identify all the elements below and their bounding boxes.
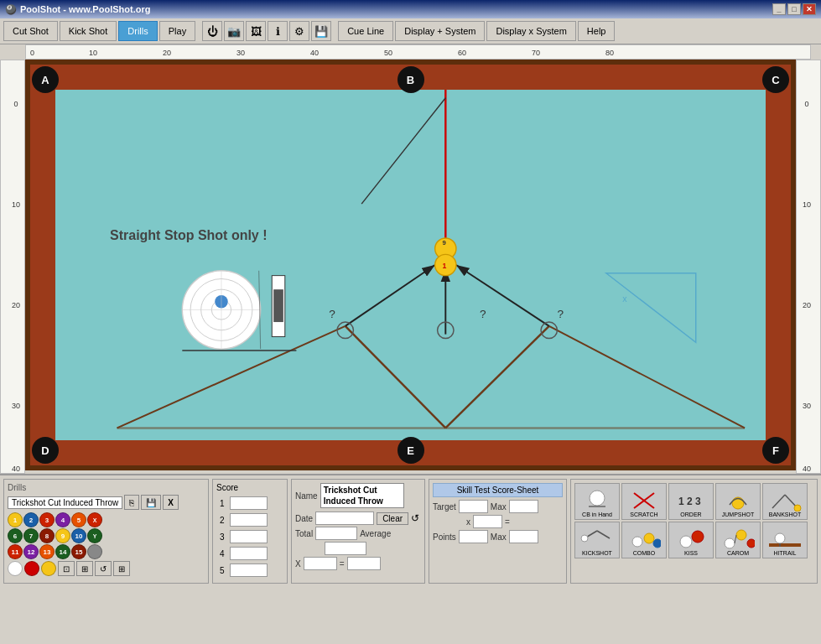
- ball-4[interactable]: 4: [55, 512, 70, 527]
- score-input-2[interactable]: [230, 513, 268, 527]
- jumpshot-icon[interactable]: JUMPSHOT: [715, 483, 761, 520]
- date-input[interactable]: [315, 512, 374, 525]
- svg-line-64: [597, 531, 610, 538]
- svg-text:10: 10: [12, 200, 20, 209]
- cut-shot-button[interactable]: Cut Shot: [3, 21, 58, 41]
- photo-icon[interactable]: 🖼: [246, 21, 266, 41]
- kiss-icon[interactable]: KISS: [668, 522, 714, 558]
- total-input[interactable]: [315, 527, 357, 540]
- drill-copy-button[interactable]: ⎘: [124, 495, 139, 510]
- menu-bar: Cut Shot Kick Shot Drills Play ⏻ 📷 🖼 ℹ ⚙…: [0, 18, 821, 44]
- target-input[interactable]: [459, 500, 488, 513]
- minimize-button[interactable]: _: [772, 3, 786, 15]
- x-button[interactable]: X: [163, 495, 179, 510]
- svg-text:20: 20: [163, 49, 171, 57]
- hitrail-icon[interactable]: HITRAIL: [762, 522, 808, 558]
- cue-ball[interactable]: [8, 561, 23, 576]
- drill-save-button[interactable]: 💾: [141, 495, 161, 510]
- drills-label: Drills: [8, 483, 205, 492]
- ball-9[interactable]: 9: [55, 528, 70, 543]
- score-input-1[interactable]: [230, 496, 268, 510]
- svg-point-65: [581, 535, 588, 542]
- svg-text:50: 50: [384, 49, 392, 57]
- svg-line-15: [361, 98, 445, 204]
- ball-10[interactable]: 10: [71, 528, 86, 543]
- svg-text:30: 30: [236, 49, 245, 57]
- score-input-3[interactable]: [230, 530, 268, 543]
- close-button[interactable]: ✕: [803, 3, 816, 15]
- display-plus-system-button[interactable]: Display + System: [395, 21, 485, 41]
- help-button[interactable]: Help: [578, 21, 616, 41]
- svg-line-21: [549, 326, 745, 428]
- ball-2[interactable]: 2: [23, 512, 39, 527]
- clear-button[interactable]: Clear: [377, 512, 408, 525]
- kickshot-icon[interactable]: KICKSHOT: [574, 522, 620, 558]
- score-input-5[interactable]: [230, 564, 268, 577]
- camera-icon[interactable]: 📷: [224, 21, 244, 41]
- svg-text:40: 40: [310, 49, 319, 57]
- cb-in-hand-icon[interactable]: CB in Hand: [574, 483, 620, 520]
- skill-test-button[interactable]: Skill Test Score-Sheet: [433, 483, 563, 497]
- svg-point-69: [680, 536, 692, 548]
- drills-button[interactable]: Drills: [118, 21, 157, 41]
- skill-equals: =: [505, 517, 510, 527]
- score-input-4[interactable]: [230, 547, 268, 560]
- svg-point-26: [337, 322, 353, 338]
- undo-icon[interactable]: ↺: [411, 512, 419, 524]
- yellow-ball[interactable]: [41, 561, 56, 576]
- red-ball[interactable]: [24, 561, 39, 576]
- points-max-label: Max: [491, 532, 507, 542]
- top-ruler: 10 20 30 40 50 60 70 80 0: [26, 45, 810, 60]
- svg-text:0: 0: [30, 49, 34, 57]
- ball-6[interactable]: 6: [8, 528, 23, 543]
- points-input[interactable]: [459, 530, 488, 543]
- play-button[interactable]: Play: [159, 21, 195, 41]
- x-input[interactable]: [304, 557, 337, 570]
- hitrail-label: HITRAIL: [774, 550, 797, 556]
- max-input[interactable]: [509, 500, 538, 513]
- ball-15[interactable]: 15: [71, 544, 86, 559]
- svg-point-72: [736, 530, 746, 540]
- svg-line-74: [735, 535, 736, 543]
- maximize-button[interactable]: □: [787, 3, 801, 15]
- info-icon[interactable]: ℹ: [268, 21, 288, 41]
- cue-line-button[interactable]: Cue Line: [338, 21, 393, 41]
- scratch-icon[interactable]: SCRATCH: [621, 483, 667, 520]
- ball-7[interactable]: 7: [23, 528, 39, 543]
- points-max-input[interactable]: [509, 530, 538, 543]
- save-icon[interactable]: 💾: [311, 21, 331, 41]
- date-label: Date: [295, 514, 313, 523]
- combo-icon[interactable]: COMBO: [621, 522, 667, 558]
- svg-text:30: 30: [803, 402, 811, 410]
- result-input[interactable]: [347, 557, 381, 570]
- svg-rect-41: [273, 289, 283, 322]
- average-input[interactable]: [325, 542, 366, 555]
- svg-point-28: [541, 322, 557, 338]
- svg-text:?: ?: [557, 308, 564, 320]
- tool-btn-4[interactable]: ⊞: [113, 561, 130, 576]
- settings-icon[interactable]: ⚙: [289, 21, 309, 41]
- ball-5[interactable]: 5: [71, 512, 86, 527]
- average-label: Average: [360, 529, 391, 538]
- svg-text:?: ?: [480, 308, 486, 320]
- skill-x-input[interactable]: [473, 515, 502, 528]
- scratch-label: SCRATCH: [630, 512, 657, 517]
- power-icon[interactable]: ⏻: [202, 21, 222, 41]
- ball-14[interactable]: 14: [55, 544, 70, 559]
- kick-shot-button[interactable]: Kick Shot: [60, 21, 117, 41]
- order-icon[interactable]: 1 2 3 ORDER: [668, 483, 714, 520]
- tool-btn-2[interactable]: ⊞: [76, 561, 93, 576]
- tool-btn-1[interactable]: ⊡: [58, 561, 75, 576]
- ball-12[interactable]: 12: [23, 544, 39, 559]
- ball-3[interactable]: 3: [39, 512, 55, 527]
- ball-8[interactable]: 8: [39, 528, 55, 543]
- cb-in-hand-label: CB in Hand: [582, 512, 612, 517]
- bankshot-icon[interactable]: BANKSHOT: [762, 483, 808, 520]
- ball-13[interactable]: 13: [39, 544, 55, 559]
- carom-icon[interactable]: CAROM: [715, 522, 761, 558]
- display-x-system-button[interactable]: Display x System: [486, 21, 575, 41]
- ball-11[interactable]: 11: [8, 544, 23, 559]
- name-value: Trickshot CutInduced Throw: [320, 483, 404, 508]
- ball-1[interactable]: 1: [8, 512, 23, 527]
- tool-btn-3[interactable]: ↺: [95, 561, 112, 576]
